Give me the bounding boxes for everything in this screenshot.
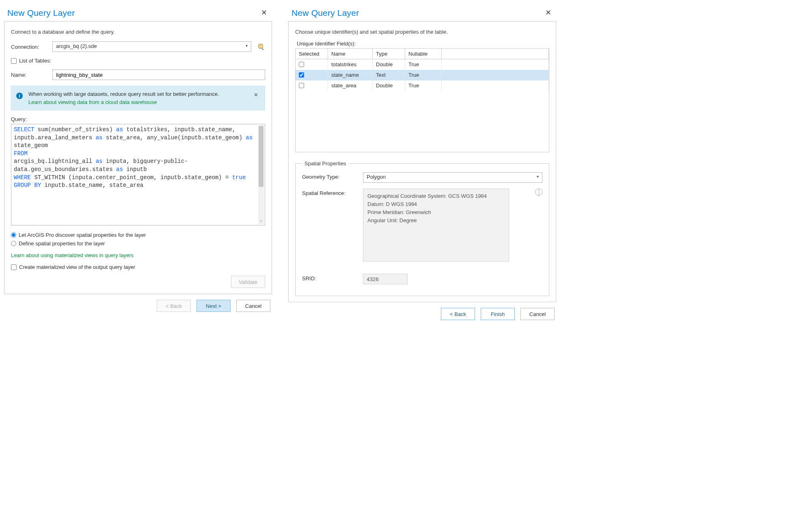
titlebar: New Query Layer ✕ <box>4 4 272 21</box>
geometry-type-dropdown[interactable]: Polygon <box>363 172 542 183</box>
spatial-reference-label: Spatial Reference: <box>302 188 355 196</box>
database-connection-icon[interactable] <box>256 42 265 51</box>
radio-discover-row[interactable]: Let ArcGIS Pro discover spatial properti… <box>11 232 265 238</box>
spatial-reference-box: Geographical Coordinate System: GCS WGS … <box>363 188 509 262</box>
list-tables-row: List of Tables: <box>11 58 265 64</box>
close-icon[interactable]: ✕ <box>259 8 269 17</box>
cell-nullable: True <box>405 59 442 69</box>
radio-discover-label: Let ArcGIS Pro discover spatial properti… <box>19 232 146 238</box>
srid-input <box>363 274 408 284</box>
next-button[interactable]: Next > <box>197 300 231 312</box>
uid-table: Selected Name Type Nullable totalstrikes… <box>295 48 549 152</box>
col-type: Type <box>373 49 405 59</box>
radio-define[interactable] <box>11 241 16 246</box>
materialized-views-link[interactable]: Learn about using materialized views in … <box>11 252 265 258</box>
spatial-reference-line: Geographical Coordinate System: GCS WGS … <box>367 192 505 200</box>
connection-value: arcgis_bq (2).sde <box>56 43 97 49</box>
globe-icon[interactable] <box>535 188 542 196</box>
cell-type: Double <box>373 80 405 91</box>
connection-dropdown[interactable]: arcgis_bq (2).sde <box>52 41 251 52</box>
info-line: When working with large datasets, reduce… <box>28 90 246 98</box>
validate-row: Validate <box>11 276 265 288</box>
spatial-reference-row: Spatial Reference: Geographical Coordina… <box>302 188 542 262</box>
cell-nullable: True <box>405 70 442 80</box>
radio-define-row[interactable]: Define spatial properties for the layer <box>11 240 265 247</box>
uid-table-empty-area <box>296 91 549 152</box>
name-row: Name: <box>11 69 265 80</box>
cancel-button[interactable]: Cancel <box>520 308 555 320</box>
list-tables-label: List of Tables: <box>19 58 51 64</box>
wizard-footer: < Back Next > Cancel <box>4 294 272 314</box>
intro-text: Choose unique identifier(s) and set spat… <box>295 29 549 35</box>
cancel-button[interactable]: Cancel <box>236 300 270 312</box>
spatial-reference-line: Angular Unit: Degree <box>367 216 505 225</box>
cell-name: state_name <box>328 70 373 80</box>
geometry-type-row: Geometry Type: Polygon <box>302 172 542 183</box>
list-tables-checkbox[interactable] <box>11 58 17 64</box>
table-row[interactable]: totalstrikesDoubleTrue <box>296 59 549 70</box>
spatial-legend: Spatial Properties <box>302 160 349 167</box>
step2-panel: Choose unique identifier(s) and set spat… <box>288 21 556 302</box>
connection-row: Connection: arcgis_bq (2).sde <box>11 41 265 52</box>
info-close-icon[interactable]: ✕ <box>252 90 260 100</box>
validate-button[interactable]: Validate <box>231 276 265 288</box>
intro-text: Connect to a database and define the que… <box>11 29 265 35</box>
srid-row: SRID: <box>302 274 542 284</box>
uid-checkbox[interactable] <box>299 83 304 88</box>
geometry-type-label: Geometry Type: <box>302 172 355 180</box>
cell-name: state_area <box>328 80 373 91</box>
spatial-reference-line: Datum: D WGS 1984 <box>367 200 505 208</box>
srid-label: SRID: <box>302 274 355 281</box>
info-text: When working with large datasets, reduce… <box>28 90 246 106</box>
table-row[interactable]: state_nameTextTrue <box>296 70 549 80</box>
materialized-view-row: Create materialized view of the output q… <box>11 264 265 270</box>
scroll-thumb[interactable] <box>259 126 263 187</box>
dialog-title: New Query Layer <box>292 8 359 18</box>
layer-name-input[interactable] <box>52 69 265 80</box>
dialog-title: New Query Layer <box>7 8 75 18</box>
wizard-footer: < Back Finish Cancel <box>288 302 556 322</box>
cell-nullable: True <box>405 80 442 91</box>
uid-header-row: Selected Name Type Nullable <box>296 49 549 59</box>
cell-name: totalstrikes <box>328 59 373 69</box>
radio-discover[interactable] <box>11 232 16 238</box>
col-spacer <box>442 49 549 59</box>
performance-info-banner: i When working with large datasets, redu… <box>11 86 265 110</box>
table-row[interactable]: state_areaDoubleTrue <box>296 80 549 91</box>
name-label: Name: <box>11 72 48 78</box>
geometry-type-value: Polygon <box>367 174 386 180</box>
spatial-props-radio-group: Let ArcGIS Pro discover spatial properti… <box>11 232 265 247</box>
spatial-reference-line: Prime Meridian: Greenwich <box>367 208 505 216</box>
info-icon: i <box>16 93 23 99</box>
close-icon[interactable]: ✕ <box>544 8 553 17</box>
query-layer-step2-dialog: New Query Layer ✕ Choose unique identifi… <box>288 4 556 322</box>
connection-label: Connection: <box>11 44 48 50</box>
uid-label: Unique Identifier Field(s): <box>295 41 549 47</box>
query-layer-step1-dialog: New Query Layer ✕ Connect to a database … <box>4 4 272 322</box>
titlebar: New Query Layer ✕ <box>288 4 556 21</box>
step1-panel: Connect to a database and define the que… <box>4 21 272 294</box>
cell-type: Double <box>373 59 405 69</box>
col-name: Name <box>328 49 373 59</box>
cell-type: Text <box>373 70 405 80</box>
spatial-properties-group: Spatial Properties Geometry Type: Polygo… <box>295 160 549 296</box>
materialized-view-label: Create materialized view of the output q… <box>19 264 135 270</box>
cloud-warehouse-link[interactable]: Learn about viewing data from a cloud da… <box>28 98 246 106</box>
finish-button[interactable]: Finish <box>481 308 515 320</box>
back-button[interactable]: < Back <box>157 300 191 312</box>
scrollbar[interactable]: ▴ ▾ <box>258 125 264 224</box>
uid-checkbox[interactable] <box>299 72 304 78</box>
materialized-view-checkbox[interactable] <box>11 264 17 270</box>
back-button[interactable]: < Back <box>441 308 475 320</box>
scroll-down-icon[interactable]: ▾ <box>258 219 264 224</box>
col-selected: Selected <box>296 49 328 59</box>
col-nullable: Nullable <box>405 49 442 59</box>
uid-checkbox[interactable] <box>299 62 304 67</box>
query-textarea[interactable]: SELECT sum(number_of_strikes) as totalst… <box>11 124 265 225</box>
radio-define-label: Define spatial properties for the layer <box>19 240 105 247</box>
query-label: Query: <box>11 116 265 122</box>
